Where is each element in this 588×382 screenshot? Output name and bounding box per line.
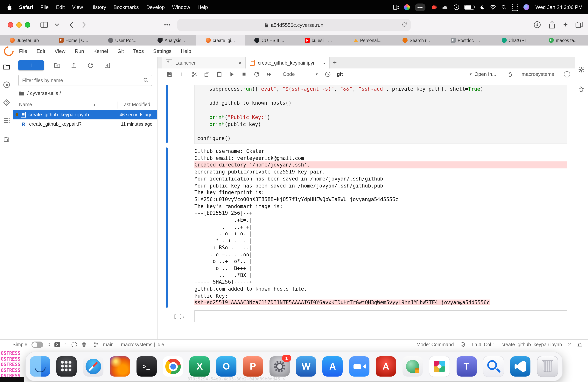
zoom-window-button[interactable]: [25, 22, 30, 27]
sidebar-toggle-icon[interactable]: [41, 21, 48, 28]
safari-tab[interactable]: G macos ta...: [539, 35, 588, 45]
cursor-position[interactable]: Ln 4, Col 1: [472, 342, 495, 347]
more-menu-icon[interactable]: •••: [415, 3, 425, 11]
jupyterlab-menu-item[interactable]: View: [55, 48, 65, 54]
terminal-count[interactable]: 0: [47, 342, 50, 347]
safari-tab[interactable]: Personal...: [343, 35, 392, 45]
restart-run-all-icon[interactable]: [266, 71, 272, 77]
dock-item-settings[interactable]: 1: [269, 356, 290, 377]
extensions-more-icon[interactable]: •••: [164, 22, 170, 28]
cloud-icon[interactable]: [442, 4, 448, 11]
spotlight-search-icon[interactable]: [501, 4, 507, 11]
stop-kernel-icon[interactable]: [241, 71, 247, 77]
dock-item-teams[interactable]: T: [456, 356, 477, 377]
dock-item-vpn-globe[interactable]: [402, 356, 422, 377]
jupyterlab-menu-item[interactable]: Settings: [153, 48, 171, 54]
menubar-clock[interactable]: Wed Jan 24 3:06 PM: [536, 4, 583, 10]
control-center-icon[interactable]: [512, 4, 518, 11]
menubar-item[interactable]: Window: [172, 4, 190, 10]
notebook-scroll-area[interactable]: subprocess.run(["eval", "$(ssh-agent -s)…: [158, 80, 575, 339]
minimize-window-button[interactable]: [16, 22, 22, 27]
dock-item-terminal[interactable]: [136, 356, 157, 377]
file-row[interactable]: R create_github_keypair.R 11 minutes ago: [13, 119, 157, 129]
menubar-item[interactable]: Help: [198, 4, 208, 10]
run-cell-icon[interactable]: [228, 71, 235, 77]
dock-item-zoom[interactable]: [349, 356, 369, 377]
new-tab-icon[interactable]: +: [563, 20, 568, 29]
forward-icon[interactable]: [82, 21, 86, 28]
dock-item-powerpoint[interactable]: P: [243, 356, 263, 377]
apple-icon[interactable]: [6, 4, 12, 11]
safari-tab[interactable]: C Home | C...: [49, 35, 98, 45]
notification-count[interactable]: 2: [568, 342, 571, 347]
new-document-tab-icon[interactable]: [333, 59, 337, 66]
table-of-contents-icon[interactable]: [2, 117, 10, 125]
output-collapser[interactable]: [166, 148, 168, 308]
wifi-icon[interactable]: [490, 4, 496, 11]
dock-item-slack[interactable]: [429, 356, 450, 377]
safari-tab[interactable]: User Por...: [98, 35, 147, 45]
git-clone-icon[interactable]: [104, 62, 111, 69]
kernel-name[interactable]: macrosystems: [522, 71, 554, 77]
empty-cell-editor[interactable]: [194, 310, 567, 322]
column-modified-header[interactable]: Last Modified: [121, 102, 150, 107]
cut-cell-icon[interactable]: [191, 71, 198, 77]
siri-icon[interactable]: [524, 4, 529, 10]
back-icon[interactable]: [69, 21, 74, 28]
jupyterlab-menu-item[interactable]: Help: [181, 48, 191, 54]
refresh-icon[interactable]: [87, 62, 94, 69]
dock-item-vscode[interactable]: [510, 356, 531, 377]
file-row[interactable]: create_github_keypair.ipynb 46 seconds a…: [13, 110, 157, 119]
new-folder-icon[interactable]: [54, 62, 61, 69]
jupyterlab-menu-item[interactable]: Kernel: [93, 48, 108, 54]
tab-group-chevron-icon[interactable]: [55, 23, 59, 26]
safari-tab[interactable]: P Postdoc_...: [441, 35, 490, 45]
jupyterlab-menu-item[interactable]: Run: [75, 48, 84, 54]
git-branch-name[interactable]: main: [103, 342, 114, 347]
dock-item-acrobat[interactable]: A: [376, 356, 396, 377]
downloads-icon[interactable]: [534, 21, 541, 28]
menubar-item[interactable]: History: [90, 4, 106, 10]
screen-record-icon[interactable]: [431, 5, 437, 10]
tab-overview-icon[interactable]: [576, 21, 583, 28]
active-cell-collapser[interactable]: [166, 85, 168, 143]
share-icon[interactable]: [549, 21, 556, 29]
document-tab[interactable]: create_github_keypair.ipyn: [246, 57, 330, 68]
menubar-item[interactable]: Develop: [146, 4, 165, 10]
safari-tab[interactable]: Search r...: [392, 35, 441, 45]
bell-icon[interactable]: [577, 342, 583, 347]
file-browser-icon[interactable]: [2, 63, 10, 71]
battery-icon[interactable]: [464, 5, 474, 10]
git-toolbar-label[interactable]: git: [337, 71, 343, 77]
grid-icon[interactable]: [393, 4, 399, 11]
play-circle-icon[interactable]: [453, 4, 459, 11]
do-not-disturb-icon[interactable]: [479, 4, 484, 11]
colors-icon[interactable]: [404, 4, 410, 10]
save-icon[interactable]: [166, 71, 173, 77]
safari-tab[interactable]: Analysis...: [147, 35, 196, 45]
code-cell-editor[interactable]: subprocess.run(["eval", "$(ssh-agent -s)…: [194, 85, 567, 144]
menubar-item[interactable]: View: [72, 4, 83, 10]
status-filename[interactable]: create_github_keypair.ipynb: [502, 342, 562, 347]
jupyterlab-menu-item[interactable]: Tabs: [133, 48, 144, 54]
simple-mode-toggle[interactable]: [32, 341, 43, 348]
address-bar[interactable]: a54d5556c.cyverse.run: [177, 19, 411, 31]
menubar-item[interactable]: File: [41, 4, 49, 10]
paste-cell-icon[interactable]: [216, 71, 222, 77]
dock-item-appstore[interactable]: A: [323, 356, 343, 377]
safari-tab[interactable]: CU-ESIIL...: [245, 35, 294, 45]
safari-tab[interactable]: create_gi...: [196, 35, 245, 45]
debugger-sidebar-icon[interactable]: [578, 85, 585, 93]
running-kernels-icon[interactable]: [2, 81, 10, 89]
extensions-icon[interactable]: [2, 135, 10, 142]
file-filter-input[interactable]: [19, 78, 143, 83]
copy-cell-icon[interactable]: [203, 71, 210, 77]
command-mode-indicator[interactable]: Mode: Command: [417, 342, 454, 347]
new-launcher-button[interactable]: +: [18, 60, 44, 70]
dock-item-finder[interactable]: [30, 356, 50, 377]
kernel-count[interactable]: 1: [64, 342, 67, 347]
open-in-button[interactable]: ▼ Open in...: [469, 71, 496, 77]
reload-icon[interactable]: [402, 21, 407, 28]
kernel-status-text[interactable]: macrosystems | Idle: [121, 342, 164, 347]
dock-item-safari[interactable]: [83, 356, 104, 377]
